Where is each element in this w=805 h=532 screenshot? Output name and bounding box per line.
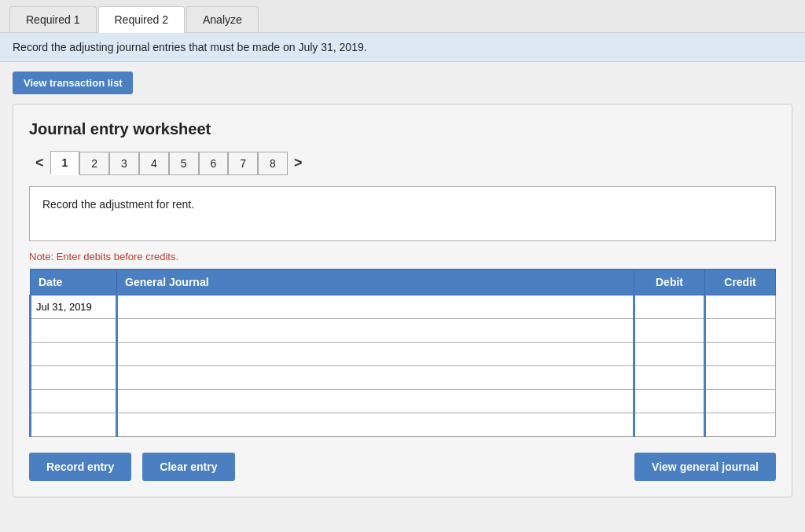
tabs-bar: Required 1 Required 2 Analyze [0, 0, 805, 33]
cell-debit-0[interactable] [634, 295, 705, 319]
cell-journal-0[interactable] [117, 295, 634, 319]
page-1[interactable]: 1 [50, 151, 80, 175]
input-credit-0[interactable] [706, 295, 775, 318]
input-date-4[interactable] [31, 390, 116, 413]
tab-required2[interactable]: Required 2 [98, 6, 186, 33]
cell-debit-5[interactable] [634, 413, 705, 437]
cell-date-3[interactable] [31, 366, 117, 390]
input-credit-3[interactable] [706, 366, 775, 389]
input-debit-2[interactable] [635, 343, 704, 365]
cell-date-0[interactable] [31, 295, 117, 319]
note-text: Note: Enter debits before credits. [29, 251, 776, 262]
col-header-date: Date [31, 270, 117, 295]
cell-date-4[interactable] [31, 390, 117, 413]
toolbar: View transaction list [0, 62, 805, 104]
input-debit-4[interactable] [635, 390, 704, 413]
input-date-1[interactable] [31, 319, 116, 342]
page-5[interactable]: 5 [169, 152, 199, 175]
input-credit-4[interactable] [706, 390, 775, 413]
table-row [31, 343, 776, 366]
cell-journal-1[interactable] [117, 319, 634, 343]
input-journal-2[interactable] [118, 343, 633, 365]
view-general-journal-button[interactable]: View general journal [634, 453, 776, 481]
cell-date-5[interactable] [31, 413, 117, 437]
table-row [31, 413, 776, 437]
pagination: < 1 2 3 4 5 6 7 8 > [29, 151, 776, 175]
cell-credit-1[interactable] [705, 319, 776, 343]
cell-journal-3[interactable] [117, 366, 634, 390]
input-journal-4[interactable] [118, 390, 633, 413]
col-header-journal: General Journal [117, 270, 634, 295]
input-credit-2[interactable] [706, 343, 775, 365]
prev-arrow[interactable]: < [29, 152, 50, 174]
view-transaction-list-button[interactable]: View transaction list [13, 72, 133, 94]
input-journal-0[interactable] [118, 295, 633, 318]
info-bar: Record the adjusting journal entries tha… [0, 33, 805, 62]
description-box: Record the adjustment for rent. [29, 186, 776, 241]
next-arrow[interactable]: > [288, 152, 309, 174]
table-row [31, 366, 776, 390]
description-text: Record the adjustment for rent. [42, 198, 194, 211]
page-2[interactable]: 2 [79, 152, 109, 175]
input-debit-5[interactable] [635, 413, 704, 436]
tab-required1[interactable]: Required 1 [9, 6, 97, 32]
input-credit-1[interactable] [706, 319, 775, 342]
record-entry-button[interactable]: Record entry [29, 453, 131, 481]
info-bar-text: Record the adjusting journal entries tha… [13, 41, 367, 53]
clear-entry-button[interactable]: Clear entry [142, 453, 234, 481]
input-credit-5[interactable] [706, 413, 775, 436]
journal-table: Date General Journal Debit Credit [29, 269, 776, 437]
input-debit-0[interactable] [635, 295, 704, 318]
input-journal-1[interactable] [118, 319, 633, 342]
cell-debit-1[interactable] [634, 319, 705, 343]
page-7[interactable]: 7 [228, 152, 258, 175]
bottom-buttons: Record entry Clear entry View general jo… [29, 453, 776, 481]
cell-journal-2[interactable] [117, 343, 634, 366]
cell-credit-2[interactable] [705, 343, 776, 366]
input-journal-5[interactable] [118, 413, 633, 436]
worksheet-card: Journal entry worksheet < 1 2 3 4 5 6 7 … [13, 104, 792, 497]
cell-credit-4[interactable] [705, 390, 776, 413]
input-date-2[interactable] [31, 343, 116, 365]
input-debit-1[interactable] [635, 319, 704, 342]
page-4[interactable]: 4 [139, 152, 169, 175]
input-date-0[interactable] [31, 295, 116, 318]
cell-journal-5[interactable] [117, 413, 634, 437]
cell-date-1[interactable] [31, 319, 117, 343]
input-debit-3[interactable] [635, 366, 704, 389]
cell-debit-2[interactable] [634, 343, 705, 366]
col-header-debit: Debit [634, 270, 705, 295]
input-date-5[interactable] [31, 413, 116, 436]
page-3[interactable]: 3 [109, 152, 139, 175]
cell-credit-5[interactable] [705, 413, 776, 437]
cell-debit-3[interactable] [634, 366, 705, 390]
page-8[interactable]: 8 [258, 152, 288, 175]
cell-debit-4[interactable] [634, 390, 705, 413]
input-journal-3[interactable] [118, 366, 633, 389]
cell-journal-4[interactable] [117, 390, 634, 413]
worksheet-title: Journal entry worksheet [29, 120, 776, 138]
table-row [31, 319, 776, 343]
page-6[interactable]: 6 [199, 152, 229, 175]
table-row [31, 390, 776, 413]
col-header-credit: Credit [705, 270, 776, 295]
tab-analyze[interactable]: Analyze [186, 6, 259, 32]
cell-date-2[interactable] [31, 343, 117, 366]
table-row [31, 295, 776, 319]
input-date-3[interactable] [31, 366, 116, 389]
cell-credit-0[interactable] [705, 295, 776, 319]
cell-credit-3[interactable] [705, 366, 776, 390]
